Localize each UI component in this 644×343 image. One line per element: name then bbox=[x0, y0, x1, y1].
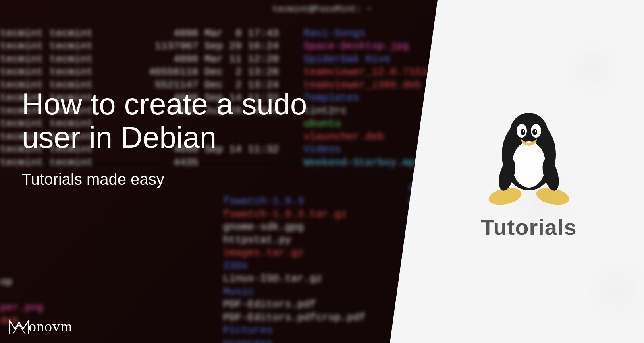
logo-text: onovm bbox=[29, 318, 73, 335]
svg-point-1 bbox=[510, 113, 548, 153]
svg-point-10 bbox=[535, 185, 571, 206]
svg-point-6 bbox=[532, 129, 537, 135]
main-text-block: How to create a sudo user in Debian Tuto… bbox=[22, 87, 324, 188]
svg-point-7 bbox=[523, 130, 524, 132]
svg-point-12 bbox=[540, 157, 562, 192]
svg-point-8 bbox=[535, 130, 536, 132]
svg-point-11 bbox=[496, 157, 519, 192]
title-divider bbox=[22, 163, 316, 163]
svg-point-0 bbox=[502, 119, 556, 190]
subtitle: Tutorials made easy bbox=[22, 171, 324, 188]
svg-point-3 bbox=[517, 124, 527, 138]
logo-m-icon bbox=[8, 317, 30, 336]
tux-icon bbox=[485, 103, 573, 206]
main-title: How to create a sudo user in Debian bbox=[22, 87, 324, 154]
svg-point-9 bbox=[487, 185, 523, 206]
svg-point-2 bbox=[512, 141, 546, 188]
tutorials-label: Tutorials bbox=[481, 214, 577, 240]
svg-point-5 bbox=[521, 129, 525, 135]
monovm-logo: onovm bbox=[8, 317, 73, 336]
banner-container: tecmint@FossMint: ~tecmint tecmint 4096 … bbox=[0, 0, 644, 343]
svg-point-4 bbox=[531, 124, 541, 138]
